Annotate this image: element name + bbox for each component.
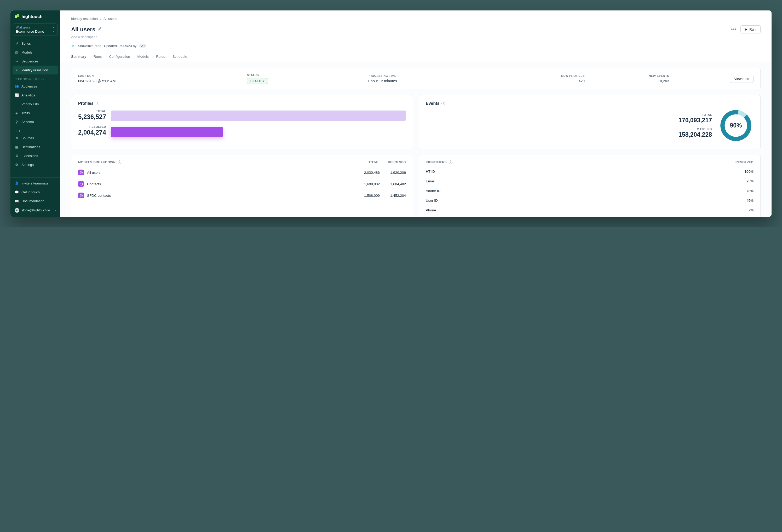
priority-icon: ☰ (14, 102, 19, 106)
profiles-resolved-label: RESOLVED (78, 125, 106, 128)
sidebar-item-sequences[interactable]: ⇢Sequences (10, 57, 60, 66)
profiles-title: Profiles (78, 101, 94, 106)
sidebar-item-label: Identity resolution (22, 68, 48, 72)
last-run-value: 06/02/2023 @ 5:06 AM (78, 79, 247, 83)
chevron-right-icon: › (55, 209, 56, 212)
status-card: LAST RUN 06/02/2023 @ 5:06 AM STATUS HEA… (71, 68, 760, 90)
title-row: All users ••• Run (71, 25, 760, 33)
sidebar-item-priority-lists[interactable]: ☰Priority lists (10, 100, 60, 108)
docs-icon: 📖 (14, 199, 19, 203)
updated-text: Updated: 06/09/23 by (104, 44, 136, 48)
models-breakdown-card: MODELS BREAKDOWN i TOTAL RESOLVED All us… (71, 155, 413, 217)
identifier-pct: 78% (746, 189, 753, 193)
sidebar-item-label: Sources (22, 136, 34, 140)
edit-icon[interactable] (98, 27, 102, 32)
tab-runs[interactable]: Runs (94, 55, 102, 62)
sidebar-item-get-in-touch[interactable]: 💬Get in touch (10, 188, 60, 197)
sidebar-item-label: Get in touch (22, 190, 40, 194)
sidebar-item-settings[interactable]: ⚙Settings (10, 160, 60, 169)
table-row[interactable]: Contacts1,698,0321,604,482 (78, 178, 406, 190)
main: Identity resolution / All users All user… (60, 10, 772, 217)
table-row[interactable]: All users2,030,4861,920,206 (78, 167, 406, 178)
tab-summary[interactable]: Summary (71, 55, 86, 62)
sidebar-item-extensions[interactable]: ⧉Extensions (10, 151, 60, 160)
chevron-updown-icon: ⌃⌄ (52, 28, 55, 32)
status-badge: HEALTHY (247, 78, 268, 84)
sidebar-item-schema[interactable]: ⚲Schema (10, 117, 60, 126)
sidebar-item-audiences[interactable]: 👥Audiences (10, 82, 60, 91)
table-row[interactable]: SFDC contacts1,508,0091,452,204 (78, 190, 406, 201)
sidebar: hightouch Workspace Ecommerce Demo ⌃⌄ ⇄S… (10, 10, 60, 217)
identifier-pct: 95% (746, 179, 753, 183)
events-matched-value: 158,204,228 (426, 131, 712, 138)
sidebar-item-label: Traits (22, 111, 30, 115)
models-col-resolved: RESOLVED (388, 161, 406, 164)
sidebar-item-destinations[interactable]: ▦Destinations (10, 142, 60, 151)
sidebar-item-traits[interactable]: ◈Traits (10, 108, 60, 117)
brand-name: hightouch (22, 14, 42, 19)
events-card: Events i TOTAL 176,093,217 MATCHED 158,2… (419, 95, 760, 149)
meta-row: ❄ Snowflake prod Updated: 06/09/23 by OR (71, 44, 760, 48)
identifier-name: Email (426, 179, 435, 183)
sources-icon: ≣ (14, 136, 19, 140)
sidebar-item-label: Priority lists (22, 102, 39, 106)
sidebar-item-syncs[interactable]: ⇄Syncs (10, 39, 60, 48)
bar-resolved (111, 127, 223, 137)
sidebar-item-identity-resolution[interactable]: ✦Identity resolution (12, 66, 58, 74)
info-icon[interactable]: i (96, 102, 99, 105)
identifier-pct: 45% (746, 199, 753, 203)
description-placeholder[interactable]: Add a description... (71, 35, 760, 39)
tab-rules[interactable]: Rules (156, 55, 165, 62)
models-title: MODELS BREAKDOWN (78, 161, 115, 164)
sidebar-item-label: Schema (22, 120, 34, 124)
sidebar-item-label: Invite a teammate (22, 181, 48, 185)
events-matched-label: MATCHED (426, 128, 712, 131)
user-menu[interactable]: SY stonie@hightouch.io › (10, 205, 60, 215)
sidebar-item-label: Audiences (22, 84, 37, 88)
sidebar-item-documentation[interactable]: 📖Documentation (10, 197, 60, 205)
events-donut-chart: 90% (718, 108, 753, 143)
model-name: All users (87, 171, 101, 175)
profiles-bar-chart (111, 109, 406, 137)
sidebar-item-sources[interactable]: ≣Sources (10, 134, 60, 142)
sidebar-item-models[interactable]: ▥Models (10, 48, 60, 57)
nav-section-setup: SETUP (10, 126, 60, 134)
identifier-name: Phone (426, 208, 436, 212)
sidebar-item-label: Documentation (22, 199, 44, 203)
profiles-total-value: 5,236,527 (78, 113, 106, 120)
workspace-switcher[interactable]: Workspace Ecommerce Demo ⌃⌄ (13, 24, 58, 36)
model-resolved: 1,920,206 (387, 171, 406, 175)
models-col-total: TOTAL (368, 161, 379, 164)
new-events-value: 10,203 (585, 79, 669, 83)
table-row: HT ID100% (426, 167, 753, 176)
updated-by-avatar: OR (139, 44, 146, 47)
sidebar-item-label: Syncs (22, 41, 31, 45)
sidebar-item-invite-a-teammate[interactable]: 👤Invite a teammate (10, 179, 60, 188)
tab-configuration[interactable]: Configuration (109, 55, 130, 62)
more-button[interactable]: ••• (731, 27, 737, 32)
settings-icon: ⚙ (14, 163, 19, 167)
run-button-label: Run (749, 28, 756, 31)
info-icon[interactable]: i (118, 161, 121, 164)
run-button[interactable]: Run (740, 25, 760, 33)
sidebar-item-label: Extensions (22, 154, 38, 158)
info-icon[interactable]: i (449, 161, 453, 164)
identifier-name: Adobe ID (426, 189, 440, 193)
sidebar-item-label: Settings (22, 163, 34, 167)
model-name: Contacts (87, 182, 101, 186)
breadcrumb-parent[interactable]: Identity resolution (71, 17, 98, 21)
tab-models[interactable]: Models (138, 55, 149, 62)
source-name[interactable]: Snowflake prod (78, 44, 101, 48)
breadcrumb-sep: / (100, 17, 101, 21)
sidebar-item-analytics[interactable]: 📈Analytics (10, 91, 60, 100)
play-icon (745, 29, 747, 31)
identifier-pct: 7% (748, 208, 753, 212)
tab-schedule[interactable]: Schedule (173, 55, 187, 62)
view-runs-button[interactable]: View runs (730, 75, 753, 83)
table-row: Adobe ID78% (426, 186, 753, 196)
identity-icon: ✦ (14, 68, 19, 72)
model-resolved: 1,452,204 (387, 193, 406, 198)
table-row: User ID45% (426, 196, 753, 205)
info-icon[interactable]: i (441, 102, 445, 105)
brand-logo[interactable]: hightouch (10, 10, 60, 22)
